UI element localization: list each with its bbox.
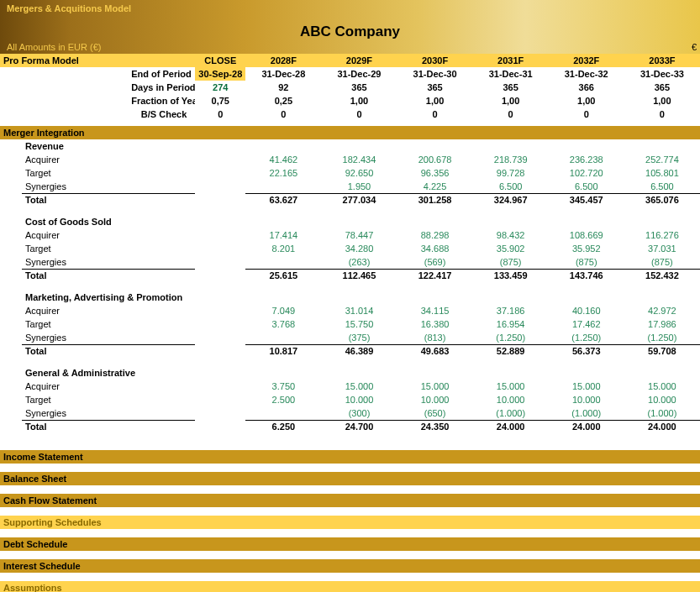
main-table: Pro Forma Model CLOSE 2028F 2029F 2030F …	[0, 54, 700, 592]
data-row: Target2.50010.00010.00010.00010.00010.00…	[0, 393, 700, 406]
total-row: Total6.25024.70024.35024.00024.00024.000	[0, 420, 700, 433]
section-debt: Debt Schedule	[0, 537, 700, 551]
group-title: Cost of Goods Sold	[0, 215, 700, 228]
eop-row: End of Period 30-Sep-28 31-Dec-28 31-Dec…	[0, 67, 700, 81]
section-income: Income Statement	[0, 450, 700, 464]
proforma-label: Pro Forma Model	[0, 54, 195, 67]
data-row: Synergies(263)(569)(875)(875)(875)	[0, 255, 700, 269]
bs-row: B/S Check 0 0 0 0 0 0 0	[0, 107, 700, 121]
total-row: Total25.615112.465122.417133.459143.7461…	[0, 269, 700, 282]
section-support: Supporting Schedules	[0, 516, 700, 529]
year-col: 2033F	[624, 54, 700, 67]
days-row: Days in Period 274 92 365 365 365 366 36…	[0, 81, 700, 94]
close-label: CLOSE	[195, 54, 245, 67]
section-cashflow: Cash Flow Statement	[0, 494, 700, 507]
year-col: 2028F	[245, 54, 321, 67]
table-header-row: Pro Forma Model CLOSE 2028F 2029F 2030F …	[0, 54, 700, 67]
section-interest: Interest Schedule	[0, 559, 700, 573]
header: Mergers & Acquitions Model ABC Company A…	[0, 0, 700, 54]
data-row: Target3.76815.75016.38016.95417.46217.98…	[0, 317, 700, 331]
data-row: Acquirer7.04931.01434.11537.18640.16042.…	[0, 304, 700, 317]
data-row: Acquirer41.462182.434200.678218.739236.2…	[0, 153, 700, 166]
data-row: Synergies(300)(650)(1.000)(1.000)(1.000)	[0, 406, 700, 420]
data-row: Acquirer3.75015.00015.00015.00015.00015.…	[0, 380, 700, 393]
year-col: 2032F	[549, 54, 624, 67]
data-row: Acquirer17.41478.44788.29898.432108.6691…	[0, 228, 700, 242]
data-row: Target8.20134.28034.68835.90235.95237.03…	[0, 242, 700, 255]
data-row: Synergies1.9504.2256.5006.5006.500	[0, 180, 700, 193]
year-col: 2030F	[397, 54, 473, 67]
data-row: Synergies(375)(813)(1.250)(1.250)(1.250)	[0, 331, 700, 344]
data-row: Target22.16592.65096.35699.728102.720105…	[0, 166, 700, 180]
currency-symbol: €	[692, 42, 697, 52]
year-col: 2031F	[473, 54, 549, 67]
group-title: General & Administrative	[0, 366, 700, 380]
company-name: ABC Company	[0, 24, 700, 40]
section-balance: Balance Sheet	[0, 472, 700, 485]
currency-label: All Amounts in EUR (€)	[7, 42, 101, 52]
group-title: Marketing, Advertising & Promotion	[0, 291, 700, 304]
section-assumptions: Assumptions	[0, 581, 700, 592]
frac-row: Fraction of Year 0,75 0,25 1,00 1,00 1,0…	[0, 94, 700, 107]
total-row: Total10.81746.38949.68352.88956.37359.70…	[0, 344, 700, 358]
group-title: Revenue	[0, 139, 700, 153]
year-col: 2029F	[321, 54, 397, 67]
model-title: Mergers & Acquitions Model	[7, 3, 693, 13]
total-row: Total63.627277.034301.258324.967345.4573…	[0, 193, 700, 207]
section-merger: Merger Integration	[0, 126, 700, 139]
